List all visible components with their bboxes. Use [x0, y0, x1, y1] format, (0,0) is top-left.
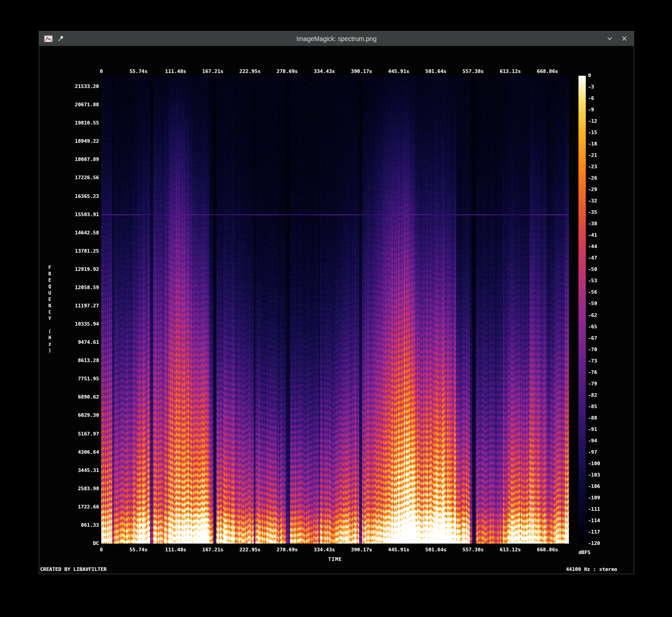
- close-icon[interactable]: [621, 35, 628, 42]
- time-tick-bottom: 668.86s: [537, 547, 558, 553]
- legend-tick: -56: [588, 289, 597, 295]
- legend-tick: -35: [588, 209, 597, 215]
- time-tick-bottom: 167.21s: [202, 547, 223, 553]
- freq-tick: 2583.98: [39, 486, 99, 492]
- legend-tick: -100: [588, 461, 600, 467]
- legend-tick: -26: [588, 175, 597, 181]
- freq-tick: 15503.91: [39, 212, 99, 218]
- legend-tick: -79: [588, 381, 597, 387]
- time-tick-top: 445.91s: [388, 68, 409, 74]
- time-tick-bottom: 390.17s: [351, 547, 372, 553]
- legend-tick: -47: [588, 255, 597, 261]
- freq-tick: DC: [39, 540, 99, 546]
- freq-tick: 12058.59: [39, 285, 99, 290]
- freq-tick: 4306.64: [39, 449, 99, 455]
- time-tick-top: 390.17s: [351, 68, 372, 74]
- legend-tick: -85: [588, 404, 597, 410]
- legend-tick: -106: [588, 483, 600, 489]
- freq-tick: 21533.20: [39, 83, 99, 89]
- legend-tick: -12: [588, 118, 597, 124]
- time-tick-top: 334.43s: [314, 68, 335, 74]
- freq-tick: 861.33: [39, 522, 99, 528]
- window-title: ImageMagick: spectrum.png: [39, 35, 634, 42]
- freq-tick: 18949.22: [39, 138, 99, 144]
- freq-tick: 12919.92: [39, 266, 99, 272]
- legend-tick: -76: [588, 369, 597, 375]
- legend-tick: -50: [588, 266, 597, 272]
- freq-tick: 5167.97: [39, 431, 99, 437]
- legend-tick: -29: [588, 187, 597, 192]
- freq-tick: 3445.31: [39, 467, 99, 473]
- imagemagick-window: ImageMagick: spectrum.png FREQUENCY (Hz)…: [39, 31, 634, 574]
- legend-tick: -44: [588, 244, 597, 249]
- freq-tick: 9474.61: [39, 339, 99, 345]
- legend-tick: -109: [588, 495, 600, 501]
- time-tick-top: 501.64s: [425, 68, 446, 74]
- time-tick-bottom: 445.91s: [388, 547, 409, 553]
- legend-tick: -15: [588, 130, 597, 135]
- legend-tick: -6: [588, 95, 594, 101]
- time-tick-bottom: 557.38s: [463, 547, 484, 553]
- window-content: FREQUENCY (Hz) TIME dBFS CREATED BY LIBA…: [39, 46, 634, 574]
- freq-tick: 6890.62: [39, 394, 99, 400]
- time-tick-top: 222.95s: [240, 68, 260, 74]
- legend-tick: -97: [588, 449, 597, 455]
- freq-tick: 17226.56: [39, 175, 99, 181]
- freq-tick: 8613.28: [39, 358, 99, 363]
- legend-tick: -23: [588, 164, 597, 170]
- legend-tick: -53: [588, 278, 597, 284]
- freq-tick: 7751.95: [39, 376, 99, 382]
- legend-tick: -62: [588, 312, 597, 318]
- time-tick-bottom: 334.43s: [314, 547, 335, 553]
- legend-tick: -59: [588, 301, 597, 306]
- freq-tick: 18087.89: [39, 156, 99, 162]
- legend-tick: -88: [588, 415, 597, 421]
- time-tick-top: 613.12s: [500, 68, 521, 74]
- legend-tick: 0: [588, 73, 591, 78]
- time-tick-bottom: 613.12s: [500, 547, 521, 553]
- imagemagick-app-icon[interactable]: [44, 35, 53, 42]
- footer-created-by: CREATED BY LIBAVFILTER: [40, 566, 107, 572]
- legend-tick: -114: [588, 518, 600, 524]
- freq-tick: 10335.94: [39, 321, 99, 327]
- legend-tick: -94: [588, 438, 597, 444]
- legend-tick: -32: [588, 198, 597, 204]
- time-tick-bottom: 111.48s: [165, 547, 186, 553]
- legend-tick: -3: [588, 84, 594, 90]
- freq-tick: 13781.25: [39, 248, 99, 254]
- legend-colorbar: [578, 76, 586, 544]
- freq-tick: 16365.23: [39, 193, 99, 199]
- freq-tick: 20671.88: [39, 102, 99, 108]
- time-axis-label: TIME: [101, 556, 569, 562]
- chevron-down-icon[interactable]: [606, 35, 613, 42]
- legend-tick: -91: [588, 426, 597, 432]
- frequency-axis-label: FREQUENCY (Hz): [45, 76, 54, 544]
- legend-tick: -103: [588, 472, 600, 478]
- freq-tick: 14642.58: [39, 230, 99, 236]
- freq-tick: 1722.66: [39, 504, 99, 510]
- legend-tick: -18: [588, 141, 597, 147]
- time-tick-top: 278.69s: [276, 68, 297, 74]
- time-tick-bottom: 0: [100, 547, 103, 553]
- time-tick-top: 167.21s: [202, 68, 223, 74]
- legend-tick: -70: [588, 347, 597, 353]
- legend-tick: -41: [588, 232, 597, 238]
- time-tick-bottom: 222.95s: [240, 547, 260, 553]
- freq-tick: 6029.30: [39, 412, 99, 418]
- legend-tick: -65: [588, 324, 597, 330]
- legend-tick: -67: [588, 335, 597, 341]
- legend-tick: -82: [588, 392, 597, 398]
- time-tick-top: 0: [100, 68, 103, 74]
- time-tick-bottom: 278.69s: [276, 547, 297, 553]
- pin-icon[interactable]: [57, 35, 64, 42]
- time-tick-bottom: 501.64s: [425, 547, 446, 553]
- legend-tick: -73: [588, 358, 597, 364]
- legend-tick: -111: [588, 506, 600, 512]
- time-tick-bottom: 55.74s: [130, 547, 148, 553]
- time-tick-top: 55.74s: [130, 68, 148, 74]
- time-tick-top: 111.48s: [165, 68, 186, 74]
- titlebar[interactable]: ImageMagick: spectrum.png: [39, 31, 634, 46]
- legend-tick: -120: [588, 540, 600, 546]
- spectrogram-canvas: [101, 76, 569, 544]
- time-tick-top: 668.86s: [537, 68, 558, 74]
